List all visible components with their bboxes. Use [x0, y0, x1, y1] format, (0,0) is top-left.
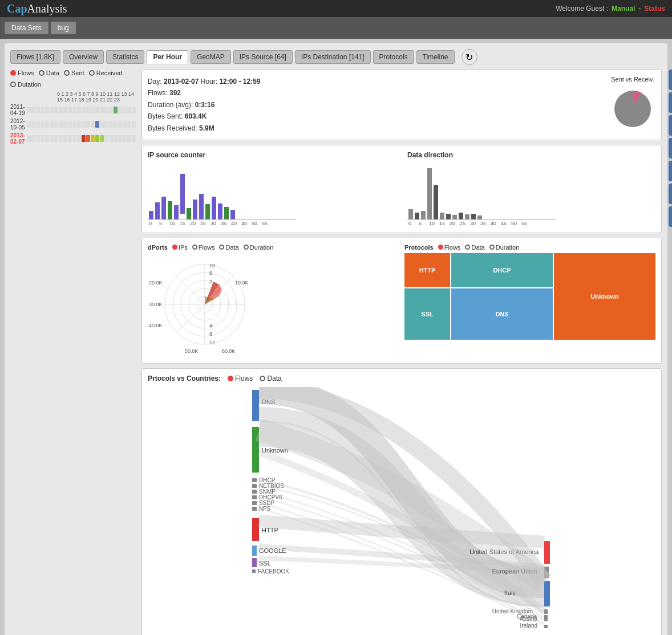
svg-rect-40 [477, 215, 482, 219]
time-tool-button[interactable]: 🕐 [669, 206, 672, 227]
svg-text:FACEBOOK: FACEBOOK [258, 568, 289, 575]
welcome-text: Welcome Guest : [556, 5, 608, 13]
svg-rect-14 [224, 207, 229, 219]
status-link[interactable]: Status [644, 5, 665, 13]
svg-text:20.0K: 20.0K [149, 280, 163, 286]
tab-geomap[interactable]: GeoMAP [191, 50, 231, 64]
svg-text:40: 40 [231, 221, 237, 225]
heatmap-row-active[interactable]: 2013-02-07 [10, 132, 136, 145]
radio-duration[interactable]: Dutation [10, 81, 41, 88]
svg-text:30: 30 [470, 221, 476, 225]
svg-rect-34 [440, 213, 444, 219]
protocol-unknown: Unknown [554, 253, 655, 340]
document-tool-button[interactable]: 📄 [669, 92, 672, 113]
svg-text:4: 4 [209, 323, 212, 328]
protocols-radio-flows[interactable]: Flows [438, 244, 461, 251]
tab-statistics[interactable]: Statistcs [106, 50, 144, 64]
refresh-button[interactable]: ↻ [462, 49, 477, 65]
bytes-sent-value: 603.4K [185, 112, 207, 120]
radio-data[interactable]: Data [39, 70, 59, 76]
svg-rect-30 [415, 213, 419, 219]
svg-rect-83 [252, 478, 257, 482]
heatmap-row: 2012-10-05 [10, 118, 136, 131]
bar-charts-card: IP source counter [141, 145, 662, 233]
svg-rect-95 [252, 518, 259, 541]
dports-radio-flows[interactable]: Flows [192, 244, 215, 251]
ip-source-title: IP source counter [148, 151, 396, 159]
manual-link[interactable]: Manual [612, 5, 635, 13]
header-right: Welcome Guest : Manual - Status [556, 5, 665, 13]
heatmap-cells-active [27, 135, 136, 142]
logo-cap: Cap [7, 2, 27, 15]
cloud-tool-button[interactable]: ☁ [669, 138, 672, 158]
radio-sent[interactable]: Sent [64, 70, 84, 76]
svg-text:10: 10 [209, 263, 215, 268]
radio-group: Flows Data Sent Received Dutation [10, 70, 136, 88]
bug-button[interactable]: bug [51, 22, 76, 34]
view-tool-button[interactable]: 👁 [669, 70, 672, 90]
svg-text:20: 20 [450, 221, 455, 225]
svg-rect-106 [544, 541, 550, 564]
svg-text:15: 15 [439, 221, 445, 225]
svg-rect-37 [459, 213, 463, 219]
svg-rect-32 [427, 168, 432, 219]
svg-text:2: 2 [209, 279, 212, 284]
tab-per-hour[interactable]: Per Hour [147, 50, 188, 64]
main-content: Flows [1.8K] Overview Statistcs Per Hour… [5, 43, 667, 635]
bytes-received-value: 5.9M [199, 124, 214, 132]
flows-label: Flows: [148, 89, 169, 97]
svg-text:0: 0 [408, 221, 411, 225]
protocols-radio-duration[interactable]: Duration [489, 244, 520, 251]
protocol-dhcp: DHCP [451, 253, 553, 287]
bytes-sent-label: Bytes Sent: [148, 112, 185, 120]
tab-timeline[interactable]: Timeline [416, 50, 455, 64]
tab-flows[interactable]: Flows [1.8K] [10, 50, 60, 64]
datasets-button[interactable]: Data Sets [5, 22, 48, 34]
svg-text:5: 5 [419, 221, 422, 225]
tab-ips-destination[interactable]: IPs Destination [141] [295, 50, 371, 64]
svg-text:20: 20 [190, 221, 196, 225]
header-dash: - [638, 5, 641, 13]
svg-text:60.0K: 60.0K [222, 348, 236, 354]
tab-protocols[interactable]: Protocols [373, 50, 414, 64]
data-direction-chart: 0 5 10 15 20 25 30 35 40 45 50 55 [407, 162, 556, 225]
svg-text:Ireland: Ireland [520, 622, 537, 629]
content-area: Flows Data Sent Received Dutation [10, 70, 662, 635]
tab-ips-source[interactable]: IPs Source [64] [233, 50, 293, 64]
share-tool-button[interactable]: ↗ [669, 115, 672, 136]
svg-rect-13 [218, 203, 222, 219]
svg-text:25: 25 [460, 221, 465, 225]
protocols-treemap: DHCP HTTP Unknown SSL DNS [404, 253, 655, 339]
protocols-radio-data[interactable]: Data [465, 244, 484, 251]
svg-rect-31 [421, 211, 426, 219]
svg-text:10: 10 [429, 221, 435, 225]
svg-rect-6 [174, 205, 179, 219]
tab-overview[interactable]: Overview [63, 50, 104, 64]
right-panel: Day: 2013-02-07 Hour: 12:00 - 12:59 Flow… [141, 70, 662, 635]
svg-rect-91 [252, 501, 257, 505]
svg-text:15: 15 [180, 221, 185, 225]
dports-radio-data[interactable]: Data [219, 244, 238, 251]
svg-text:8: 8 [209, 331, 212, 337]
sent-recv-section: Sent vs Receiv. [610, 76, 655, 132]
sankey-radio-data[interactable]: Data [260, 375, 281, 382]
svg-rect-4 [161, 197, 166, 219]
sankey-label-ssl: SSL [259, 560, 271, 567]
hour-value: 12:00 - 12:59 [219, 78, 260, 86]
svg-rect-100 [544, 581, 550, 606]
svg-rect-81 [252, 390, 259, 421]
logo-analysis: Analysis [27, 2, 67, 15]
radio-received[interactable]: Received [89, 70, 123, 76]
dports-radio-duration[interactable]: Duration [244, 244, 274, 251]
svg-rect-10 [199, 194, 204, 219]
svg-rect-96 [252, 546, 257, 556]
globe-tool-button[interactable]: 🌐 [669, 161, 672, 181]
svg-text:10.0K: 10.0K [235, 280, 249, 286]
dports-radio-ips[interactable]: IPs [172, 244, 188, 251]
dports-section: dPorts IPs Flows Data Duration [148, 244, 399, 357]
radio-flows[interactable]: Flows [10, 70, 34, 76]
arrows-tool-button[interactable]: ◀▶ [669, 184, 672, 204]
svg-text:50.0K: 50.0K [185, 348, 199, 354]
svg-text:30.0K: 30.0K [149, 302, 163, 307]
sankey-radio-flows[interactable]: Flows [228, 375, 253, 382]
